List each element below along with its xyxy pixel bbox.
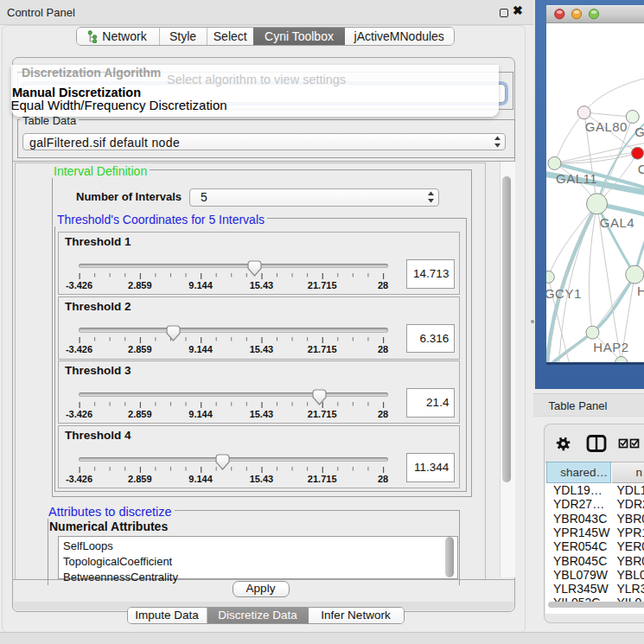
svg-text:GAL4: GAL4 [599, 215, 634, 230]
svg-text:GAL80: GAL80 [584, 119, 627, 134]
svg-text:C…: C… [637, 162, 644, 176]
svg-text:GA…: GA… [634, 124, 644, 139]
svg-text:HAP2: HAP2 [593, 340, 628, 354]
svg-text:GAL11: GAL11 [556, 171, 597, 186]
svg-text:GCY1: GCY1 [546, 286, 582, 301]
svg-text:H: H [637, 284, 644, 298]
